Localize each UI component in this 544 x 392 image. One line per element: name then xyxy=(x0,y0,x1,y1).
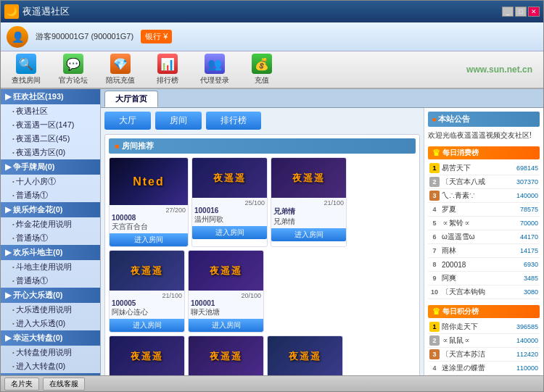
charge-button[interactable]: 💰 充值 xyxy=(240,53,284,86)
close-button[interactable]: ✕ xyxy=(528,7,540,17)
room-card-featured[interactable]: Nted 27/200 100008 天宫百合台 进入房间 xyxy=(109,157,189,247)
room-info-featured: 27/200 100008 天宫百合台 xyxy=(110,205,188,233)
room-card-7[interactable]: 夜遥遥 20/100 100007 兄弟情精选 进入房间 xyxy=(267,335,343,375)
sidebar-item-zone2[interactable]: •夜遥遇二区(45) xyxy=(1,132,100,146)
rank-item-p4: 4 迷涂里の蝶蕾 110000 xyxy=(428,362,540,375)
ranking-button[interactable]: 📊 排行榜 xyxy=(146,53,189,86)
rank-num-p3: 3 xyxy=(429,349,440,359)
room-count-1: 25/100 xyxy=(194,199,265,207)
companion-button[interactable]: 💎 陪玩充值 xyxy=(99,53,142,86)
sidebar: ▶ 狂欢社区(193) •夜遇社区 •夜遥遇一区(147) •夜遥遇二区(45)… xyxy=(1,89,101,375)
search-icon: 🔍 xyxy=(16,54,36,74)
name-card-button[interactable]: 名片夹 xyxy=(4,378,39,391)
room-name-featured: 天宫百合台 xyxy=(112,222,186,232)
sidebar-header-poker[interactable]: ▶ 争手牌局(0) xyxy=(1,159,100,175)
hall-tab-main[interactable]: 大厅 xyxy=(104,112,151,130)
window-controls: _ □ ✕ xyxy=(502,7,540,17)
room-enter-4[interactable]: 进入房间 xyxy=(189,319,263,332)
sidebar-item-lotto2[interactable]: •进入大乐透(0) xyxy=(1,317,100,330)
sidebar-item-zone3[interactable]: •夜遥遇方区(0) xyxy=(1,146,100,159)
rank-name-c9: 阿爽 xyxy=(442,273,503,283)
room-enter-2[interactable]: 进入房间 xyxy=(271,228,346,241)
room-enter-3[interactable]: 进入房间 xyxy=(110,319,184,332)
rank-item-c9: 9 阿爽 3485 xyxy=(428,272,540,285)
room-banner-text-3: 夜遥遥 xyxy=(131,264,163,278)
rank-score-c1: 698145 xyxy=(506,164,538,172)
sidebar-item-lotto1[interactable]: •大乐透使用说明 xyxy=(1,303,100,317)
rank-item-p1: 1 陪你走天下 396585 xyxy=(428,320,540,334)
rank-score-c8: 6930 xyxy=(506,261,538,268)
agent-button[interactable]: 👥 代理登录 xyxy=(193,53,236,86)
rank-score-p4: 110000 xyxy=(506,364,538,372)
forum-button[interactable]: 💬 官方论坛 xyxy=(51,53,95,86)
room-card-2[interactable]: 夜遥遥 21/100 兄弟情 兄弟情 进入房间 xyxy=(271,157,347,247)
rank-num-c8: 8 xyxy=(429,259,440,270)
rank-score-p2: 140000 xyxy=(506,337,538,344)
room-enter-1[interactable]: 进入房间 xyxy=(192,226,267,239)
sidebar-header-gold[interactable]: ▶ 娱乐炸金花(0) xyxy=(1,202,100,217)
sidebar-header-community[interactable]: ▶ 狂欢社区(193) xyxy=(1,89,100,104)
titlebar: 🌙 夜遥遇社区 _ □ ✕ xyxy=(1,1,543,22)
rank-name-c10: 〔天宫本钩钩 xyxy=(442,287,503,297)
room-card-5[interactable]: 夜遥遥 20/200 100003 魅族清荷 进入房间 xyxy=(109,335,185,375)
hall-tab-rooms[interactable]: 房间 xyxy=(155,112,202,130)
sidebar-item-wheel2[interactable]: •进入大转盘(0) xyxy=(1,359,100,373)
sidebar-item-poker2[interactable]: •普通场① xyxy=(1,188,100,202)
daily-consume-label: 每日消费榜 xyxy=(442,148,479,158)
rank-score-c7: 14175 xyxy=(506,247,538,254)
sidebar-item-landlord2[interactable]: •普通场① xyxy=(1,274,100,288)
user-info: 游客900001G7 (900001G7) xyxy=(36,31,133,42)
sidebar-header-landlord[interactable]: ▶ 欢乐斗地主(0) xyxy=(1,245,100,260)
sidebar-item-gold1[interactable]: •炸金花使用说明 xyxy=(1,217,100,231)
daily-points-title: ♛ 每日积分榜 xyxy=(428,305,540,318)
bank-button[interactable]: 银行 ¥ xyxy=(141,30,172,43)
minimize-button[interactable]: _ xyxy=(502,7,514,17)
charge-icon: 💰 xyxy=(252,54,272,74)
room-enter-featured[interactable]: 进入房间 xyxy=(110,233,188,246)
sidebar-header-lotto[interactable]: ▶ 开心大乐透(0) xyxy=(1,288,100,303)
rank-num-p1: 1 xyxy=(429,322,440,332)
rank-name-c8: 200018 xyxy=(442,261,503,269)
right-panel: 大厅首页 大厅 房间 排行榜 房间推荐 xyxy=(101,89,543,375)
room-banner-text-4: 夜遥遥 xyxy=(210,264,242,278)
bottom-bar: 名片夹 在线客服 xyxy=(1,375,543,391)
rank-name-c1: 易苦天下 xyxy=(442,163,503,173)
sidebar-item-wheel1[interactable]: •大转盘使用说明 xyxy=(1,346,100,359)
rank-label: 排行榜 xyxy=(157,75,178,86)
search-room-button[interactable]: 🔍 查找房间 xyxy=(4,53,48,86)
rank-num-c6: 6 xyxy=(429,232,440,242)
sidebar-section-1: ▶ 争手牌局(0) •十人小房① •普通场① xyxy=(1,159,100,202)
rank-item-c8: 8 200018 6930 xyxy=(428,258,540,272)
room-banner-3: 夜遥遥 xyxy=(110,251,184,291)
room-count-2: 21/100 xyxy=(273,199,344,207)
sidebar-item-poker1[interactable]: •十人小房① xyxy=(1,175,100,188)
room-id-4: 100001 xyxy=(191,299,261,307)
rank-name-p4: 迷涂里の蝶蕾 xyxy=(442,363,503,373)
customer-service-button[interactable]: 在线客服 xyxy=(43,378,85,391)
tab-main-hall[interactable]: 大厅首页 xyxy=(104,91,158,107)
sidebar-item-zone1[interactable]: •夜遥遇一区(147) xyxy=(1,118,100,132)
rank-num-p2: 2 xyxy=(429,335,440,346)
sidebar-item-main[interactable]: •夜遇社区 xyxy=(1,104,100,118)
room-card-1[interactable]: 夜遥遥 25/100 100016 温州阿歌 进入房间 xyxy=(191,157,268,247)
rank-item-c2: 2 〔天宫本八戒 307370 xyxy=(428,175,540,189)
toolbar: 🔍 查找房间 💬 官方论坛 💎 陪玩充值 📊 排行榜 👥 代理登录 💰 充值 w… xyxy=(1,51,543,89)
sidebar-item-landlord1[interactable]: •斗地主使用说明 xyxy=(1,260,100,274)
room-info-4: 20/100 100001 聊天池塘 xyxy=(189,291,263,319)
room-card-4[interactable]: 夜遥遥 20/100 100001 聊天池塘 进入房间 xyxy=(188,250,264,333)
announce-text: 欢迎光临夜遥遥遥视频交友社区! xyxy=(428,130,540,141)
room-card-6[interactable]: 夜遥遥 20/100 100006 娱乐吧 进入房间 xyxy=(188,335,264,375)
rooms-section-title: 房间推荐 xyxy=(109,138,416,154)
room-banner-text-2: 夜遥遥 xyxy=(292,172,325,185)
rank-score-p3: 112420 xyxy=(506,351,538,358)
sidebar-item-gold2[interactable]: •普通场① xyxy=(1,231,100,245)
room-count-featured: 27/200 xyxy=(112,207,186,214)
room-card-3[interactable]: 夜遥遥 21/100 100005 阿妹心连心 进入房间 xyxy=(109,250,185,333)
rank-item-c10: 10 〔天宫本钩钩 3080 xyxy=(428,285,540,299)
sidebar-header-wheel[interactable]: ▶ 幸运大转盘(0) xyxy=(1,330,100,346)
hall-tab-rank[interactable]: 排行榜 xyxy=(206,112,261,130)
rank-item-p2: 2 ∝鼠鼠∝ 140000 xyxy=(428,334,540,348)
maximize-button[interactable]: □ xyxy=(515,7,527,17)
room-banner-text-featured: Nted xyxy=(133,175,165,188)
rank-score-c6: 44170 xyxy=(506,233,538,241)
